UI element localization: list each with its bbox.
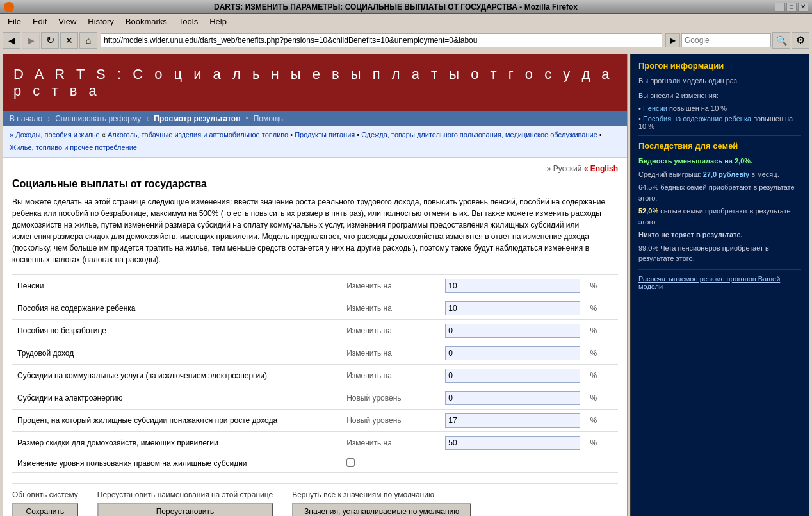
lang-switch: » Русский « English (12, 164, 618, 173)
change-2: • Пособия на содержание ребенка повышен … (638, 115, 801, 130)
param-input-cell (440, 297, 585, 319)
param-unit: % (585, 274, 618, 297)
lang-russian[interactable]: » Русский (547, 164, 582, 173)
param-label: Трудовой доход (12, 342, 341, 364)
action-row: Обновить систему Сохранить Переустановит… (12, 483, 618, 516)
param-input[interactable] (445, 324, 580, 338)
change-2-label: Пособия на содержание ребенка (643, 115, 751, 122)
param-input[interactable] (445, 301, 580, 315)
table-row: Субсидии на коммунальные услуги (за искл… (12, 364, 618, 387)
browser-content: D A R T S : С о ц и а л ь н ы е в ы п л … (0, 51, 812, 516)
breadcrumb-food[interactable]: Продукты питания (295, 131, 355, 138)
window-controls: _ □ ✕ (775, 3, 808, 12)
close-btn[interactable]: ✕ (798, 3, 808, 12)
cons-6: 99,0% Чета пенсионеров приобретает в рез… (638, 243, 801, 264)
param-action: Новый уровень (341, 387, 440, 409)
default-button[interactable]: Значения, устанавливаемые по умолчанию (292, 503, 471, 516)
param-label: Пособия по безработице (12, 319, 341, 342)
menu-tools[interactable]: Tools (174, 15, 203, 28)
param-checkbox[interactable] (346, 458, 355, 467)
menu-file[interactable]: File (3, 15, 26, 28)
section-description: Вы можете сделать на этой странице следу… (12, 196, 618, 265)
table-row: Пособия по безработице Изменить на % (12, 319, 618, 342)
run-text1: Вы прогнали модель один раз. (638, 76, 801, 87)
params-table: Пенсии Изменить на % Пособия на содержан… (12, 274, 618, 473)
breadcrumb-income[interactable]: » Доходы, пособия и жилье (10, 131, 100, 138)
menu-edit[interactable]: Edit (28, 15, 52, 28)
nav-reform[interactable]: Спланировать реформу (55, 114, 141, 123)
address-bar[interactable] (101, 33, 662, 47)
table-row: Трудовой доход Изменить на % (12, 342, 618, 364)
param-action: Новый уровень (341, 409, 440, 431)
reload-btn[interactable]: ↻ (41, 32, 59, 49)
window-title: DARTS: ИЗМЕНИТЬ ПАРАМЕТРЫ: СОЦИАЛЬНЫЕ ВЫ… (17, 3, 775, 12)
param-input[interactable] (445, 369, 580, 383)
home-btn[interactable]: ⌂ (79, 32, 97, 49)
param-label: Изменение уровня пользования правом на ж… (12, 454, 341, 472)
change-1-text: повышен на 10 % (669, 104, 727, 112)
nav-sep2: ‹ (146, 114, 149, 123)
table-row: Пенсии Изменить на % (12, 274, 618, 297)
breadcrumb-alcohol[interactable]: Алкоголь, табачные изделия и автомобильн… (108, 131, 288, 138)
menu-history[interactable]: History (83, 15, 118, 28)
back-btn[interactable]: ◀ (3, 32, 20, 49)
param-unit: % (585, 431, 618, 454)
minimize-btn[interactable]: _ (775, 3, 785, 12)
param-action: Изменить на (341, 297, 440, 319)
search-input[interactable] (681, 33, 771, 47)
nav-home[interactable]: В начало (10, 114, 42, 123)
param-unit: % (585, 364, 618, 387)
param-action: Изменить на (341, 342, 440, 364)
breadcrumb-clothing[interactable]: Одежда, товары длительного пользования, … (361, 131, 597, 138)
forward-btn[interactable]: ▶ (22, 32, 40, 49)
param-input[interactable] (445, 413, 580, 428)
breadcrumb-housing[interactable]: Жилье, топливо и прочее потребление (10, 144, 137, 151)
cons-2-prefix: Средний выигрыш: (638, 171, 703, 178)
cons-2-suffix: в месяц. (749, 171, 779, 178)
param-label: Пособия на содержание ребенка (12, 297, 341, 319)
main-panel: D A R T S : С о ц и а л ь н ы е в ы п л … (3, 54, 628, 516)
cons-1: Бедность уменьшилась на 2,0%. (638, 156, 801, 167)
settings-btn[interactable]: ⚙ (792, 32, 809, 49)
go-btn[interactable]: ▶ (665, 33, 680, 47)
stop-btn[interactable]: ✕ (60, 32, 78, 49)
change-1-label: Пенсии (643, 104, 667, 112)
reset-group: Переустановить наименования на этой стра… (97, 490, 273, 516)
firefox-icon (4, 2, 14, 12)
param-label: Пенсии (12, 274, 341, 297)
default-group-label: Вернуть все к значениям по умолчанию (292, 490, 471, 499)
param-input[interactable] (445, 279, 580, 293)
page-header: D A R T S : С о ц и а л ь н ы е в ы п л … (3, 54, 627, 111)
menu-bookmarks[interactable]: Bookmarks (120, 15, 172, 28)
print-link[interactable]: Распечатываемое резюме прогонов Вашей мо… (638, 275, 801, 290)
param-checkbox-cell (341, 454, 618, 472)
reset-button[interactable]: Переустановить (97, 503, 273, 516)
save-button[interactable]: Сохранить (12, 503, 78, 516)
nav-sep3: • (246, 114, 248, 123)
maximize-btn[interactable]: □ (786, 3, 797, 12)
cons-4-suffix: сытые семьи приобретают в результате это… (638, 207, 791, 226)
param-input[interactable] (445, 436, 580, 450)
param-input[interactable] (445, 391, 580, 405)
param-unit: % (585, 297, 618, 319)
cons-4: 52,0% сытые семьи приобретают в результа… (638, 206, 801, 227)
menu-help[interactable]: Help (204, 15, 232, 28)
param-input-cell (440, 274, 585, 297)
nav-bar: В начало › Спланировать реформу ‹ Просмо… (3, 111, 627, 126)
title-bar: DARTS: ИЗМЕНИТЬ ПАРАМЕТРЫ: СОЦИАЛЬНЫЕ ВЫ… (0, 0, 812, 14)
table-row: Размер скидки для домохозяйств, имеющих … (12, 431, 618, 454)
cons-1-text: Бедность уменьшилась на 2,0%. (638, 157, 752, 165)
info-sidebar: Прогон информации Вы прогнали модель оди… (630, 54, 809, 516)
param-input-cell (440, 319, 585, 342)
menu-view[interactable]: View (53, 15, 81, 28)
lang-english[interactable]: « English (584, 164, 618, 173)
save-group: Обновить систему Сохранить (12, 490, 78, 516)
default-group: Вернуть все к значениям по умолчанию Зна… (292, 490, 471, 516)
page-title: D A R T S : С о ц и а л ь н ы е в ы п л … (13, 66, 617, 99)
nav-results[interactable]: Просмотр результатов (154, 114, 240, 123)
param-input[interactable] (445, 346, 580, 360)
search-btn[interactable]: 🔍 (772, 32, 790, 49)
nav-help[interactable]: Помощь (254, 114, 283, 123)
param-action: Изменить на (341, 364, 440, 387)
cons-2: Средний выигрыш: 27,0 рублевíу в месяц. (638, 169, 801, 180)
